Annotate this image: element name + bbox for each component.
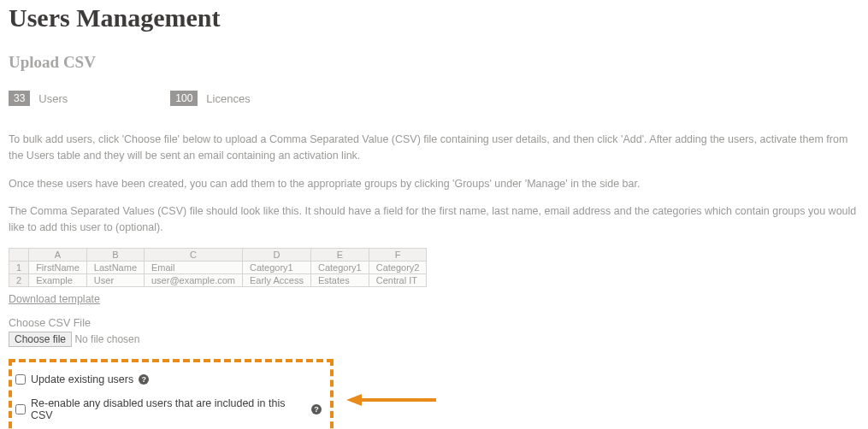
choose-csv-label: Choose CSV File [9,317,859,329]
checkbox-label: Re-enable any disabled users that are in… [31,397,306,421]
csv-col-B: B [86,248,144,261]
instructions-paragraph-2: Once these users have been created, you … [9,176,859,192]
download-template-link[interactable]: Download template [9,293,100,305]
checkbox-row-reenable[interactable]: Re-enable any disabled users that are in… [15,391,322,427]
choose-file-button[interactable]: Choose file [9,332,72,347]
csv-example-table: A B C D E F 1 FirstName LastName Email C… [9,248,427,287]
instructions-paragraph-1: To bulk add users, click 'Choose file' b… [9,132,859,164]
csv-cell: FirstName [29,261,87,273]
csv-cell: Example [29,273,87,286]
csv-rownum-2: 2 [9,273,29,286]
csv-col-D: D [242,248,310,261]
section-title: Upload CSV [9,53,859,72]
csv-col-F: F [369,248,427,261]
checkbox-update-existing[interactable] [15,374,26,385]
annotation-arrow-icon [346,391,440,412]
help-icon[interactable]: ? [311,404,322,414]
csv-cell: Email [145,261,243,273]
checkbox-reenable[interactable] [15,404,26,414]
csv-rownum-1: 1 [9,261,29,273]
csv-cell: user@example.com [145,273,243,286]
stat-users: 33 Users [9,91,68,106]
csv-col-C: C [145,248,243,261]
csv-cell: Category2 [369,261,427,273]
page-title: Users Management [9,3,859,32]
no-file-chosen-text: No file chosen [74,333,139,345]
file-input-row: Choose file No file chosen [9,332,859,347]
licences-label: Licences [206,92,250,105]
users-label: Users [38,92,68,105]
csv-col-A: A [29,248,87,261]
checkbox-label: Update existing users [31,373,133,385]
csv-cell: Estates [310,273,369,286]
csv-cell: Category1 [242,261,310,273]
csv-cell: LastName [86,261,144,273]
stats-row: 33 Users 100 Licences [9,91,859,106]
licences-count-badge: 100 [170,91,198,106]
csv-cell: Central IT [369,273,427,286]
instructions-paragraph-3: The Comma Separated Values (CSV) file sh… [9,203,859,236]
users-count-badge: 33 [9,91,30,106]
highlight-box: Update existing users ? Re-enable any di… [9,359,334,429]
help-icon[interactable]: ? [139,374,149,385]
csv-cell: User [86,273,144,286]
csv-cell: Category1 [310,261,369,273]
stat-licences: 100 Licences [170,91,250,106]
csv-col-E: E [310,248,369,261]
checkbox-row-update-existing[interactable]: Update existing users ? [15,367,322,391]
csv-corner [9,248,29,261]
csv-cell: Early Access [242,273,310,286]
svg-marker-1 [346,394,362,406]
